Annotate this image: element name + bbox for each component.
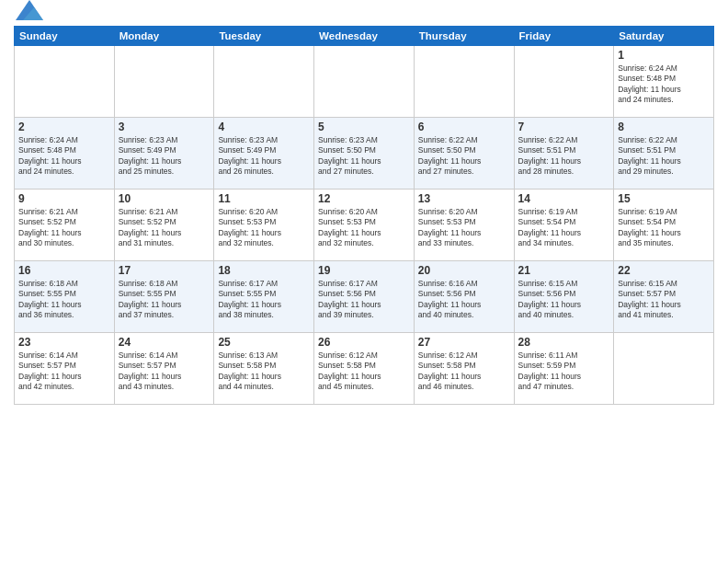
- table-row: 18Sunrise: 6:17 AMSunset: 5:55 PMDayligh…: [214, 261, 314, 333]
- table-row: 3Sunrise: 6:23 AMSunset: 5:49 PMDaylight…: [114, 118, 214, 190]
- day-info: Sunrise: 6:23 AMSunset: 5:49 PMDaylight:…: [218, 135, 310, 178]
- day-info: Sunrise: 6:14 AMSunset: 5:57 PMDaylight:…: [18, 350, 110, 393]
- header-monday: Monday: [114, 27, 214, 46]
- calendar-week-row: 9Sunrise: 6:21 AMSunset: 5:52 PMDaylight…: [15, 190, 714, 261]
- header-sunday: Sunday: [15, 27, 115, 46]
- table-row: 4Sunrise: 6:23 AMSunset: 5:49 PMDaylight…: [214, 118, 314, 190]
- table-row: 5Sunrise: 6:23 AMSunset: 5:50 PMDaylight…: [314, 118, 415, 190]
- table-row: 17Sunrise: 6:18 AMSunset: 5:55 PMDayligh…: [114, 261, 214, 333]
- table-row: 16Sunrise: 6:18 AMSunset: 5:55 PMDayligh…: [15, 261, 115, 333]
- day-number: 5: [318, 121, 410, 133]
- day-number: 10: [119, 192, 210, 205]
- table-row: [514, 46, 614, 118]
- table-row: 13Sunrise: 6:20 AMSunset: 5:53 PMDayligh…: [414, 190, 514, 261]
- day-number: 16: [18, 264, 110, 277]
- table-row: 9Sunrise: 6:21 AMSunset: 5:52 PMDaylight…: [15, 190, 115, 261]
- day-info: Sunrise: 6:24 AMSunset: 5:48 PMDaylight:…: [18, 135, 110, 178]
- day-number: 15: [618, 192, 710, 205]
- day-info: Sunrise: 6:15 AMSunset: 5:56 PMDaylight:…: [518, 279, 610, 321]
- header-tuesday: Tuesday: [214, 27, 314, 46]
- day-number: 7: [518, 121, 610, 133]
- day-number: 26: [318, 336, 410, 349]
- table-row: 2Sunrise: 6:24 AMSunset: 5:48 PMDaylight…: [15, 118, 115, 190]
- table-row: 20Sunrise: 6:16 AMSunset: 5:56 PMDayligh…: [414, 261, 514, 333]
- table-row: [214, 46, 314, 118]
- day-number: 9: [18, 192, 110, 205]
- calendar-week-row: 16Sunrise: 6:18 AMSunset: 5:55 PMDayligh…: [15, 261, 714, 333]
- day-number: 25: [218, 336, 310, 349]
- day-info: Sunrise: 6:22 AMSunset: 5:51 PMDaylight:…: [618, 135, 710, 178]
- page: Sunday Monday Tuesday Wednesday Thursday…: [0, 0, 728, 563]
- day-info: Sunrise: 6:19 AMSunset: 5:54 PMDaylight:…: [518, 207, 610, 249]
- table-row: [15, 46, 115, 118]
- day-info: Sunrise: 6:21 AMSunset: 5:52 PMDaylight:…: [18, 207, 110, 249]
- day-number: 21: [518, 264, 610, 277]
- header-wednesday: Wednesday: [314, 27, 415, 46]
- day-info: Sunrise: 6:24 AMSunset: 5:48 PMDaylight:…: [618, 63, 710, 106]
- day-info: Sunrise: 6:15 AMSunset: 5:57 PMDaylight:…: [618, 279, 710, 321]
- header: [14, 9, 714, 20]
- day-number: 23: [18, 336, 110, 349]
- day-number: 27: [418, 336, 510, 349]
- day-info: Sunrise: 6:14 AMSunset: 5:57 PMDaylight:…: [119, 350, 210, 393]
- day-number: 11: [218, 192, 310, 205]
- day-info: Sunrise: 6:12 AMSunset: 5:58 PMDaylight:…: [318, 350, 410, 393]
- day-info: Sunrise: 6:20 AMSunset: 5:53 PMDaylight:…: [418, 207, 510, 249]
- calendar-week-row: 2Sunrise: 6:24 AMSunset: 5:48 PMDaylight…: [15, 118, 714, 190]
- day-info: Sunrise: 6:20 AMSunset: 5:53 PMDaylight:…: [318, 207, 410, 249]
- table-row: 25Sunrise: 6:13 AMSunset: 5:58 PMDayligh…: [214, 333, 314, 405]
- day-number: 28: [518, 336, 610, 349]
- day-number: 19: [318, 264, 410, 277]
- day-info: Sunrise: 6:21 AMSunset: 5:52 PMDaylight:…: [119, 207, 210, 249]
- table-row: 7Sunrise: 6:22 AMSunset: 5:51 PMDaylight…: [514, 118, 614, 190]
- day-number: 2: [18, 121, 110, 133]
- day-number: 8: [618, 121, 710, 133]
- day-info: Sunrise: 6:23 AMSunset: 5:50 PMDaylight:…: [318, 135, 410, 178]
- day-info: Sunrise: 6:18 AMSunset: 5:55 PMDaylight:…: [119, 279, 210, 321]
- table-row: 22Sunrise: 6:15 AMSunset: 5:57 PMDayligh…: [614, 261, 714, 333]
- calendar-week-row: 23Sunrise: 6:14 AMSunset: 5:57 PMDayligh…: [15, 333, 714, 405]
- table-row: 8Sunrise: 6:22 AMSunset: 5:51 PMDaylight…: [614, 118, 714, 190]
- day-info: Sunrise: 6:19 AMSunset: 5:54 PMDaylight:…: [618, 207, 710, 249]
- table-row: 26Sunrise: 6:12 AMSunset: 5:58 PMDayligh…: [314, 333, 415, 405]
- day-info: Sunrise: 6:23 AMSunset: 5:49 PMDaylight:…: [119, 135, 210, 178]
- table-row: 15Sunrise: 6:19 AMSunset: 5:54 PMDayligh…: [614, 190, 714, 261]
- day-number: 3: [119, 121, 210, 133]
- logo: [14, 9, 43, 20]
- table-row: [614, 333, 714, 405]
- table-row: 11Sunrise: 6:20 AMSunset: 5:53 PMDayligh…: [214, 190, 314, 261]
- day-info: Sunrise: 6:13 AMSunset: 5:58 PMDaylight:…: [218, 350, 310, 393]
- header-thursday: Thursday: [414, 27, 514, 46]
- calendar-table: Sunday Monday Tuesday Wednesday Thursday…: [14, 26, 714, 405]
- day-number: 14: [518, 192, 610, 205]
- day-info: Sunrise: 6:17 AMSunset: 5:56 PMDaylight:…: [318, 279, 410, 321]
- table-row: [314, 46, 415, 118]
- table-row: 27Sunrise: 6:12 AMSunset: 5:58 PMDayligh…: [414, 333, 514, 405]
- day-number: 17: [119, 264, 210, 277]
- day-info: Sunrise: 6:20 AMSunset: 5:53 PMDaylight:…: [218, 207, 310, 249]
- day-number: 1: [618, 49, 710, 62]
- header-friday: Friday: [514, 27, 614, 46]
- calendar-week-row: 1Sunrise: 6:24 AMSunset: 5:48 PMDaylight…: [15, 46, 714, 118]
- day-info: Sunrise: 6:12 AMSunset: 5:58 PMDaylight:…: [418, 350, 510, 393]
- day-info: Sunrise: 6:17 AMSunset: 5:55 PMDaylight:…: [218, 279, 310, 321]
- table-row: 28Sunrise: 6:11 AMSunset: 5:59 PMDayligh…: [514, 333, 614, 405]
- day-info: Sunrise: 6:18 AMSunset: 5:55 PMDaylight:…: [18, 279, 110, 321]
- table-row: 12Sunrise: 6:20 AMSunset: 5:53 PMDayligh…: [314, 190, 415, 261]
- day-info: Sunrise: 6:16 AMSunset: 5:56 PMDaylight:…: [418, 279, 510, 321]
- table-row: 19Sunrise: 6:17 AMSunset: 5:56 PMDayligh…: [314, 261, 415, 333]
- day-number: 24: [119, 336, 210, 349]
- table-row: 6Sunrise: 6:22 AMSunset: 5:50 PMDaylight…: [414, 118, 514, 190]
- day-info: Sunrise: 6:22 AMSunset: 5:51 PMDaylight:…: [518, 135, 610, 178]
- calendar-header-row: Sunday Monday Tuesday Wednesday Thursday…: [15, 27, 714, 46]
- table-row: 24Sunrise: 6:14 AMSunset: 5:57 PMDayligh…: [114, 333, 214, 405]
- day-number: 4: [218, 121, 310, 133]
- logo-icon: [16, 0, 43, 20]
- day-number: 13: [418, 192, 510, 205]
- table-row: 10Sunrise: 6:21 AMSunset: 5:52 PMDayligh…: [114, 190, 214, 261]
- table-row: 1Sunrise: 6:24 AMSunset: 5:48 PMDaylight…: [614, 46, 714, 118]
- day-info: Sunrise: 6:11 AMSunset: 5:59 PMDaylight:…: [518, 350, 610, 393]
- day-number: 18: [218, 264, 310, 277]
- day-number: 20: [418, 264, 510, 277]
- table-row: [114, 46, 214, 118]
